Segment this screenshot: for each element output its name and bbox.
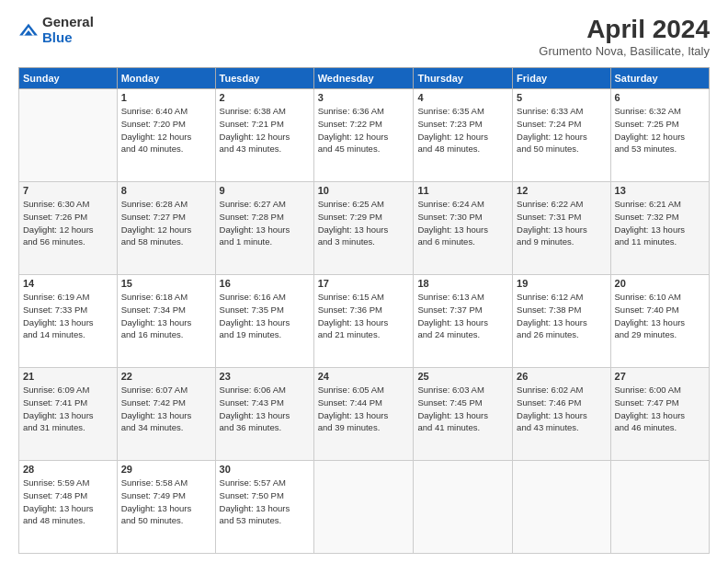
day-number: 7 xyxy=(23,185,113,196)
day-number: 10 xyxy=(318,185,410,196)
calendar-cell: 20Sunrise: 6:10 AM Sunset: 7:40 PM Dayli… xyxy=(610,275,709,368)
day-info: Sunrise: 6:24 AM Sunset: 7:30 PM Dayligh… xyxy=(417,198,508,248)
day-number: 20 xyxy=(615,278,705,289)
day-info: Sunrise: 6:05 AM Sunset: 7:44 PM Dayligh… xyxy=(318,384,410,434)
day-info: Sunrise: 6:36 AM Sunset: 7:22 PM Dayligh… xyxy=(318,105,410,155)
day-info: Sunrise: 6:25 AM Sunset: 7:29 PM Dayligh… xyxy=(318,198,410,248)
day-info: Sunrise: 6:12 AM Sunset: 7:38 PM Dayligh… xyxy=(517,291,606,341)
header-thursday: Thursday xyxy=(414,68,513,89)
calendar-cell: 27Sunrise: 6:00 AM Sunset: 7:47 PM Dayli… xyxy=(610,368,709,461)
day-number: 27 xyxy=(615,371,705,382)
calendar-cell: 10Sunrise: 6:25 AM Sunset: 7:29 PM Dayli… xyxy=(313,182,414,275)
day-number: 25 xyxy=(417,371,508,382)
day-number: 28 xyxy=(23,464,113,475)
day-info: Sunrise: 6:03 AM Sunset: 7:45 PM Dayligh… xyxy=(417,384,508,434)
day-number: 18 xyxy=(417,278,508,289)
calendar-cell: 21Sunrise: 6:09 AM Sunset: 7:41 PM Dayli… xyxy=(19,368,118,461)
calendar-cell: 24Sunrise: 6:05 AM Sunset: 7:44 PM Dayli… xyxy=(313,368,414,461)
day-info: Sunrise: 5:59 AM Sunset: 7:48 PM Dayligh… xyxy=(23,477,113,527)
header-friday: Friday xyxy=(513,68,610,89)
calendar-cell: 6Sunrise: 6:32 AM Sunset: 7:25 PM Daylig… xyxy=(610,89,709,182)
day-info: Sunrise: 6:27 AM Sunset: 7:28 PM Dayligh… xyxy=(220,198,310,248)
calendar-cell xyxy=(414,461,513,554)
logo-icon xyxy=(18,21,39,41)
day-number: 6 xyxy=(615,92,705,103)
day-number: 22 xyxy=(121,371,211,382)
day-number: 15 xyxy=(121,278,211,289)
day-number: 29 xyxy=(121,464,211,475)
day-info: Sunrise: 6:35 AM Sunset: 7:23 PM Dayligh… xyxy=(417,105,508,155)
day-info: Sunrise: 6:15 AM Sunset: 7:36 PM Dayligh… xyxy=(318,291,410,341)
day-number: 3 xyxy=(318,92,410,103)
header-wednesday: Wednesday xyxy=(313,68,414,89)
day-number: 30 xyxy=(220,464,310,475)
calendar-cell xyxy=(19,89,118,182)
calendar-cell: 16Sunrise: 6:16 AM Sunset: 7:35 PM Dayli… xyxy=(215,275,313,368)
calendar-cell xyxy=(610,461,709,554)
day-number: 9 xyxy=(220,185,310,196)
day-number: 5 xyxy=(517,92,606,103)
day-info: Sunrise: 6:38 AM Sunset: 7:21 PM Dayligh… xyxy=(220,105,310,155)
day-info: Sunrise: 6:06 AM Sunset: 7:43 PM Dayligh… xyxy=(220,384,310,434)
day-info: Sunrise: 6:18 AM Sunset: 7:34 PM Dayligh… xyxy=(121,291,211,341)
day-info: Sunrise: 5:58 AM Sunset: 7:49 PM Dayligh… xyxy=(121,477,211,527)
day-number: 1 xyxy=(121,92,211,103)
header-sunday: Sunday xyxy=(19,68,118,89)
calendar-cell: 23Sunrise: 6:06 AM Sunset: 7:43 PM Dayli… xyxy=(215,368,313,461)
calendar-cell xyxy=(513,461,610,554)
calendar-cell: 11Sunrise: 6:24 AM Sunset: 7:30 PM Dayli… xyxy=(414,182,513,275)
calendar-table: SundayMondayTuesdayWednesdayThursdayFrid… xyxy=(18,67,710,554)
day-number: 21 xyxy=(23,371,113,382)
logo-blue-text: Blue xyxy=(42,30,94,46)
calendar-cell: 25Sunrise: 6:03 AM Sunset: 7:45 PM Dayli… xyxy=(414,368,513,461)
day-number: 19 xyxy=(517,278,606,289)
calendar-cell: 29Sunrise: 5:58 AM Sunset: 7:49 PM Dayli… xyxy=(117,461,215,554)
calendar-cell: 18Sunrise: 6:13 AM Sunset: 7:37 PM Dayli… xyxy=(414,275,513,368)
day-info: Sunrise: 6:19 AM Sunset: 7:33 PM Dayligh… xyxy=(23,291,113,341)
logo-general-text: General xyxy=(42,15,94,30)
day-info: Sunrise: 6:28 AM Sunset: 7:27 PM Dayligh… xyxy=(121,198,211,248)
day-number: 11 xyxy=(417,185,508,196)
day-number: 23 xyxy=(220,371,310,382)
calendar-cell: 8Sunrise: 6:28 AM Sunset: 7:27 PM Daylig… xyxy=(117,182,215,275)
calendar-cell: 17Sunrise: 6:15 AM Sunset: 7:36 PM Dayli… xyxy=(313,275,414,368)
day-info: Sunrise: 6:22 AM Sunset: 7:31 PM Dayligh… xyxy=(517,198,606,248)
calendar-cell: 2Sunrise: 6:38 AM Sunset: 7:21 PM Daylig… xyxy=(215,89,313,182)
calendar-cell: 14Sunrise: 6:19 AM Sunset: 7:33 PM Dayli… xyxy=(19,275,118,368)
day-number: 12 xyxy=(517,185,606,196)
calendar-cell: 1Sunrise: 6:40 AM Sunset: 7:20 PM Daylig… xyxy=(117,89,215,182)
calendar-cell: 12Sunrise: 6:22 AM Sunset: 7:31 PM Dayli… xyxy=(513,182,610,275)
logo: General Blue xyxy=(18,15,94,45)
calendar-cell: 3Sunrise: 6:36 AM Sunset: 7:22 PM Daylig… xyxy=(313,89,414,182)
calendar-cell: 28Sunrise: 5:59 AM Sunset: 7:48 PM Dayli… xyxy=(19,461,118,554)
day-info: Sunrise: 6:40 AM Sunset: 7:20 PM Dayligh… xyxy=(121,105,211,155)
calendar-cell: 13Sunrise: 6:21 AM Sunset: 7:32 PM Dayli… xyxy=(610,182,709,275)
day-number: 4 xyxy=(417,92,508,103)
header-saturday: Saturday xyxy=(610,68,709,89)
calendar-cell: 9Sunrise: 6:27 AM Sunset: 7:28 PM Daylig… xyxy=(215,182,313,275)
day-info: Sunrise: 6:16 AM Sunset: 7:35 PM Dayligh… xyxy=(220,291,310,341)
day-info: Sunrise: 6:33 AM Sunset: 7:24 PM Dayligh… xyxy=(517,105,606,155)
day-number: 14 xyxy=(23,278,113,289)
calendar-cell: 26Sunrise: 6:02 AM Sunset: 7:46 PM Dayli… xyxy=(513,368,610,461)
day-info: Sunrise: 6:13 AM Sunset: 7:37 PM Dayligh… xyxy=(417,291,508,341)
day-info: Sunrise: 6:09 AM Sunset: 7:41 PM Dayligh… xyxy=(23,384,113,434)
day-number: 24 xyxy=(318,371,410,382)
day-number: 16 xyxy=(220,278,310,289)
day-info: Sunrise: 6:07 AM Sunset: 7:42 PM Dayligh… xyxy=(121,384,211,434)
header-tuesday: Tuesday xyxy=(215,68,313,89)
day-info: Sunrise: 6:02 AM Sunset: 7:46 PM Dayligh… xyxy=(517,384,606,434)
calendar-cell: 19Sunrise: 6:12 AM Sunset: 7:38 PM Dayli… xyxy=(513,275,610,368)
day-number: 8 xyxy=(121,185,211,196)
day-number: 13 xyxy=(615,185,705,196)
day-info: Sunrise: 6:30 AM Sunset: 7:26 PM Dayligh… xyxy=(23,198,113,248)
day-number: 26 xyxy=(517,371,606,382)
day-number: 17 xyxy=(318,278,410,289)
calendar-cell: 22Sunrise: 6:07 AM Sunset: 7:42 PM Dayli… xyxy=(117,368,215,461)
calendar-cell: 7Sunrise: 6:30 AM Sunset: 7:26 PM Daylig… xyxy=(19,182,118,275)
calendar-cell: 4Sunrise: 6:35 AM Sunset: 7:23 PM Daylig… xyxy=(414,89,513,182)
day-info: Sunrise: 6:00 AM Sunset: 7:47 PM Dayligh… xyxy=(615,384,705,434)
calendar-cell: 30Sunrise: 5:57 AM Sunset: 7:50 PM Dayli… xyxy=(215,461,313,554)
day-info: Sunrise: 5:57 AM Sunset: 7:50 PM Dayligh… xyxy=(220,477,310,527)
header-monday: Monday xyxy=(117,68,215,89)
